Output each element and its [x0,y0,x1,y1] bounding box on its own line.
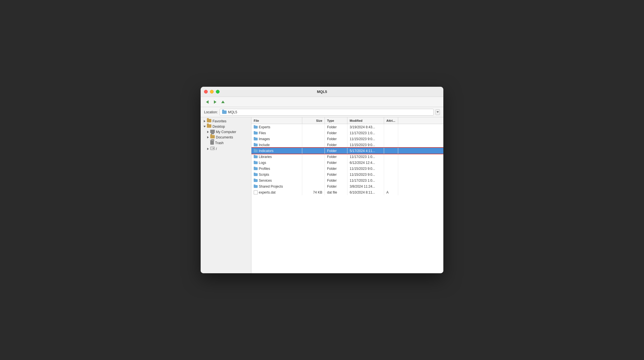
file-name-label: Experts [259,125,270,129]
up-button[interactable] [220,99,226,105]
file-name-label: Include [259,143,270,147]
sidebar-item-favorites[interactable]: Favorites [201,118,251,124]
location-label: Location: [204,110,218,114]
close-button[interactable] [204,90,208,94]
sidebar-item-trash[interactable]: Trash [201,140,251,146]
file-cell-name: Scripts [251,172,302,177]
maximize-button[interactable] [216,90,220,94]
window-title: MQL5 [317,90,327,94]
table-row[interactable]: Shared ProjectsFolder3/8/2024 11:24... [251,183,443,189]
trash-icon [210,141,214,145]
location-value: MQL5 [228,110,237,114]
file-cell-attri [384,142,398,148]
expand-trash-placeholder [206,141,210,145]
table-row[interactable]: ExpertsFolder3/19/2024 8:43... [251,124,443,130]
table-row[interactable]: ScriptsFolder11/15/2023 9:0... [251,172,443,177]
traffic-lights [204,90,220,94]
file-cell-modified: 11/15/2023 9:0... [347,172,384,177]
file-cell-name: experts.dat [251,189,302,195]
expand-desktop-icon[interactable] [203,125,206,128]
table-row[interactable]: ProfilesFolder11/15/2023 9:0... [251,166,443,172]
expand-mycomputer-icon[interactable] [206,130,210,134]
back-button[interactable] [204,99,210,105]
table-row[interactable]: LibrariesFolder11/17/2023 1:0... [251,154,443,160]
file-cell-modified: 11/15/2023 9:0... [347,166,384,172]
file-cell-attri [384,136,398,142]
file-cell-type: Folder [325,183,347,189]
location-dropdown-button[interactable] [435,109,440,115]
file-cell-name: Libraries [251,154,302,160]
file-cell-modified: 3/19/2024 8:43... [347,124,384,130]
file-cell-size [302,166,325,172]
sidebar-label-root: / [216,147,217,151]
expand-documents-icon[interactable] [206,136,210,139]
expand-root-icon[interactable] [206,147,210,151]
forward-arrow-icon [214,100,216,104]
location-folder-icon [222,110,227,114]
folder-icon [254,132,258,135]
file-cell-attri [384,148,398,154]
toolbar [201,97,443,107]
sidebar-label-favorites: Favorites [213,119,226,123]
file-cell-name: Logs [251,160,302,166]
folder-icon [254,167,258,170]
table-row[interactable]: IndicatorsFolder5/17/2024 4:11... [251,148,443,154]
my-computer-icon [210,130,215,133]
file-cell-name: Images [251,136,302,142]
file-cell-size [302,160,325,166]
sidebar-item-root[interactable]: / [201,146,251,151]
file-cell-type: Folder [325,130,347,136]
sidebar: Favorites Desktop My Compu [201,117,251,273]
sidebar-item-desktop[interactable]: Desktop [201,124,251,129]
file-cell-attri [384,183,398,189]
file-cell-attri [384,166,398,172]
file-cell-attri [384,124,398,130]
file-cell-attri: A [384,189,398,195]
location-bar: Location: MQL5 [201,107,443,117]
sidebar-item-my-computer[interactable]: My Computer [201,129,251,135]
file-cell-name: Indicators [251,148,302,154]
file-name-label: Logs [259,161,266,165]
file-cell-type: dat file [325,189,347,195]
folder-icon [254,161,258,164]
table-row[interactable]: FilesFolder11/17/2023 1:0... [251,130,443,136]
file-cell-size [302,154,325,160]
file-cell-modified: 6/12/2024 12:4... [347,160,384,166]
sidebar-label-trash: Trash [215,141,224,145]
sidebar-label-desktop: Desktop [213,125,225,129]
file-cell-attri [384,130,398,136]
col-header-file[interactable]: File [251,117,302,124]
file-cell-modified: 11/17/2023 1:0... [347,130,384,136]
col-header-attri[interactable]: Attri... [384,117,398,124]
file-cell-size [302,130,325,136]
table-row[interactable]: IncludeFolder11/15/2023 9:0... [251,142,443,148]
expand-favorites-icon[interactable] [203,120,206,123]
file-cell-type: Folder [325,177,347,183]
desktop-folder-icon [207,124,211,128]
file-name-label: Libraries [259,155,272,159]
file-cell-modified: 3/8/2024 11:24... [347,183,384,189]
table-row[interactable]: LogsFolder6/12/2024 12:4... [251,160,443,166]
file-cell-name: Files [251,130,302,136]
file-name-label: experts.dat [259,190,275,194]
documents-folder-icon [210,135,215,138]
back-arrow-icon [206,100,209,104]
file-cell-size [302,177,325,183]
col-header-modified[interactable]: Modified [347,117,384,124]
col-header-size[interactable]: Size [302,117,325,124]
table-row[interactable]: ServicesFolder11/17/2023 1:0... [251,177,443,183]
file-cell-name: Experts [251,124,302,130]
col-header-type[interactable]: Type [325,117,347,124]
table-row[interactable]: ImagesFolder11/15/2023 9:0... [251,136,443,142]
minimize-button[interactable] [210,90,214,94]
file-cell-size [302,148,325,154]
file-cell-size [302,136,325,142]
forward-button[interactable] [212,99,218,105]
location-field[interactable]: MQL5 [220,109,434,116]
file-name-label: Services [259,179,272,183]
favorites-folder-icon [207,119,211,122]
sidebar-item-documents[interactable]: Documents [201,135,251,140]
table-row[interactable]: experts.dat74 KBdat file6/10/2024 8:11..… [251,189,443,195]
file-panel: File Size Type Modified Attri... Experts… [251,117,443,273]
folder-icon [254,155,258,158]
